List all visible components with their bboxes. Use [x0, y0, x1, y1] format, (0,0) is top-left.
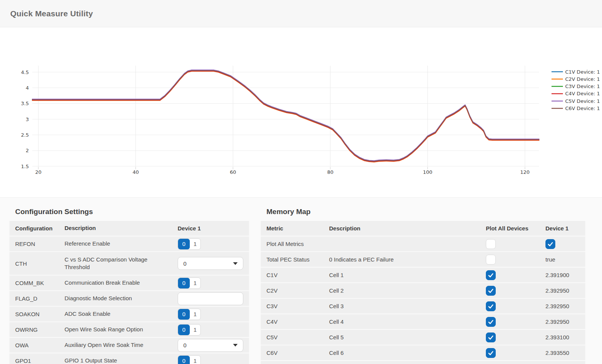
table-row: SOAKONADC Soak Enable01 [9, 307, 249, 321]
config-col-device1: Device 1 [178, 225, 249, 232]
table-row: C2VCell 22.392950 [261, 283, 585, 298]
toggle-option-1[interactable]: 1 [190, 325, 200, 335]
metric-name: C3V [266, 303, 329, 309]
config-description: GPIO 1 Output State [65, 357, 178, 364]
legend-label[interactable]: C4V Device: 1 [565, 91, 600, 96]
page-title: Quick Measure Utility [10, 9, 93, 18]
voltage-line-chart[interactable]: 4.543.532.521.520406080100120C1V Device:… [0, 38, 602, 182]
legend-label[interactable]: C1V Device: 1 [565, 69, 600, 75]
y-tick-label: 4.5 [21, 69, 29, 75]
plot-all-cell [486, 286, 545, 296]
plot-all-devices-checkbox[interactable] [486, 332, 496, 342]
device1-value: 2.392950 [545, 287, 569, 294]
y-tick-label: 1.5 [21, 164, 29, 169]
table-row: C6VCell 62.393550 [261, 345, 585, 360]
memory-map-table: Metric Description Plot All Devices Devi… [261, 221, 585, 364]
metric-description: Cell 3 [329, 303, 486, 309]
config-name: SOAKON [15, 311, 65, 317]
device1-checkbox[interactable] [545, 239, 555, 249]
plot-all-cell [486, 332, 545, 342]
x-tick-label: 100 [423, 169, 432, 175]
selected-value: 0 [183, 260, 186, 267]
metric-description: Cell 2 [329, 287, 486, 294]
y-tick-label: 2 [26, 148, 29, 153]
plot-all-cell [486, 239, 545, 249]
config-table-header: Configuration Description Device 1 [9, 221, 249, 236]
toggle-option-0[interactable]: 0 [178, 239, 190, 249]
memory-col-metric: Metric [266, 225, 329, 232]
x-tick-label: 40 [132, 169, 139, 175]
text-field[interactable] [178, 292, 243, 305]
app-header: Quick Measure Utility [0, 0, 602, 27]
config-description: ADC Soak Enable [65, 310, 178, 318]
plot-all-devices-checkbox[interactable] [486, 239, 496, 249]
device1-cell: 2.392950 [545, 287, 585, 294]
device1-value: 2.392950 [545, 318, 569, 325]
metric-name: C4V [266, 318, 329, 325]
toggle-option-1[interactable]: 1 [190, 356, 200, 364]
config-control-cell: 0 [178, 339, 249, 352]
config-name: CTH [15, 260, 65, 267]
config-control-cell: 01 [178, 355, 249, 364]
legend-label[interactable]: C2V Device: 1 [565, 76, 600, 82]
config-description: C vs S ADC Comparison Voltage Threshold [65, 256, 178, 271]
toggle-option-0[interactable]: 0 [178, 356, 190, 364]
series-line [32, 71, 539, 162]
metric-name: C6V [266, 350, 329, 356]
plot-all-devices-checkbox[interactable] [486, 286, 496, 296]
toggle-option-1[interactable]: 1 [190, 278, 200, 288]
legend-label[interactable]: C6V Device: 1 [565, 106, 600, 111]
toggle-option-0[interactable]: 0 [178, 309, 190, 320]
table-row: REFONReference Enable01 [9, 236, 249, 251]
metric-description: Cell 1 [329, 272, 486, 278]
device1-cell: 2.392950 [545, 303, 585, 309]
device1-value: 2.392950 [545, 303, 569, 309]
configuration-settings-table: Configuration Description Device 1 REFON… [9, 221, 249, 364]
x-tick-label: 60 [230, 169, 236, 175]
plot-all-devices-checkbox[interactable] [486, 270, 496, 280]
device1-value: 2.393550 [545, 350, 569, 356]
x-tick-label: 80 [327, 169, 334, 175]
config-col-configuration: Configuration [15, 225, 65, 232]
device1-cell: true [545, 256, 585, 263]
legend-label[interactable]: C5V Device: 1 [565, 98, 600, 104]
checkmark-icon [487, 287, 494, 294]
table-row: OWRNGOpen Wire Soak Range Option01 [9, 322, 249, 337]
memory-map-title: Memory Map [266, 208, 310, 216]
metric-name: Plot All Metrics [266, 241, 329, 247]
plot-all-devices-checkbox[interactable] [486, 348, 496, 358]
metric-name: Total PEC Status [266, 256, 329, 263]
y-tick-label: 4 [26, 85, 29, 91]
checkmark-icon [547, 241, 554, 247]
dropdown-select[interactable]: 0 [178, 257, 243, 270]
chart-canvas[interactable]: 4.543.532.521.520406080100120C1V Device:… [0, 38, 602, 182]
memory-col-plot-all-devices: Plot All Devices [486, 225, 545, 232]
selected-value: 0 [183, 342, 186, 348]
plot-all-devices-checkbox[interactable] [486, 255, 496, 265]
checkmark-icon [487, 318, 494, 325]
toggle-option-0[interactable]: 0 [178, 325, 190, 335]
dropdown-select[interactable]: 0 [178, 339, 243, 352]
toggle-option-1[interactable]: 1 [190, 309, 200, 320]
metric-description: Cell 4 [329, 318, 486, 325]
device1-cell: 2.393550 [545, 350, 585, 356]
config-description: Communication Break Enable [65, 279, 178, 287]
toggle-option-0[interactable]: 0 [178, 278, 190, 288]
plot-all-devices-checkbox[interactable] [486, 317, 496, 327]
config-description: Reference Enable [65, 240, 178, 247]
table-row: C1VCell 12.391900 [261, 268, 585, 282]
tables-section: Configuration Settings Memory Map Config… [0, 197, 602, 364]
config-control-cell: 01 [178, 309, 249, 320]
memory-col-description: Description [329, 225, 486, 232]
config-settings-title: Configuration Settings [15, 208, 93, 216]
toggle-option-1[interactable]: 1 [190, 239, 200, 249]
table-row: OWAAuxiliary Open Wire Soak Time0 [9, 338, 249, 353]
chevron-down-icon [233, 262, 238, 265]
device1-cell: 2.392950 [545, 318, 585, 325]
x-tick-label: 120 [520, 169, 530, 175]
legend-label[interactable]: C3V Device: 1 [565, 84, 600, 89]
device1-cell: 2.391900 [545, 272, 585, 278]
y-tick-label: 3.5 [21, 101, 29, 106]
plot-all-devices-checkbox[interactable] [486, 301, 496, 311]
binary-toggle: 01 [178, 309, 201, 320]
